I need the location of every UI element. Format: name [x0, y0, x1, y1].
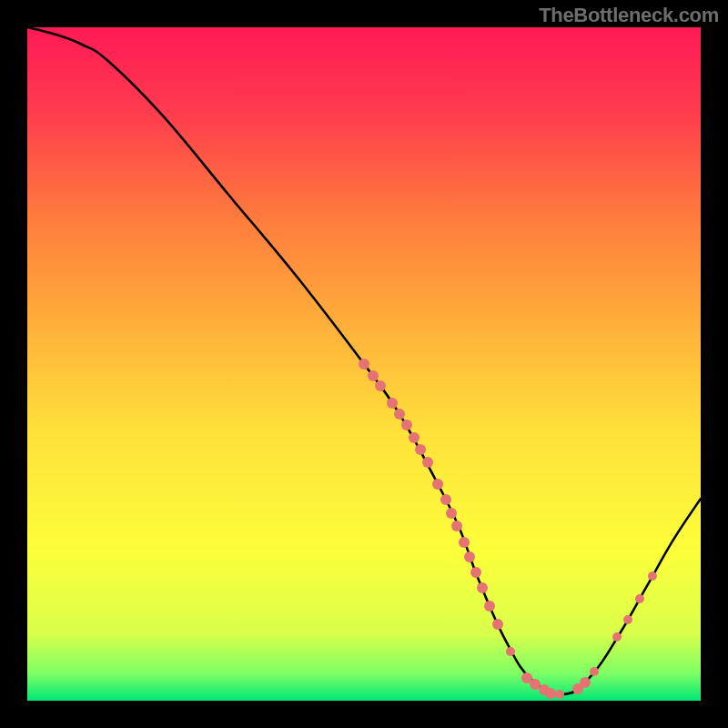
data-marker — [446, 508, 457, 519]
data-marker — [484, 601, 495, 612]
data-marker — [590, 667, 599, 676]
data-marker — [432, 479, 443, 490]
data-marker — [409, 432, 420, 443]
data-marker — [635, 594, 644, 603]
data-marker — [555, 690, 564, 699]
data-marker — [470, 567, 481, 578]
data-marker — [612, 632, 622, 642]
data-marker — [506, 647, 515, 656]
data-marker — [415, 444, 426, 455]
data-marker — [387, 398, 398, 409]
data-marker — [401, 420, 412, 430]
data-marker — [464, 551, 475, 562]
data-marker — [451, 521, 462, 531]
data-marker — [492, 619, 503, 630]
data-marker — [422, 457, 433, 468]
plot-area — [27, 27, 701, 701]
data-marker — [359, 359, 369, 369]
watermark-text: TheBottleneck.com — [539, 4, 719, 27]
data-marker — [394, 409, 405, 420]
data-marker — [368, 370, 379, 381]
data-marker — [623, 615, 632, 624]
data-marker — [580, 677, 591, 688]
data-marker — [375, 380, 386, 391]
data-marker — [648, 571, 657, 581]
data-marker — [477, 582, 488, 593]
frame: TheBottleneck.com — [0, 0, 728, 728]
data-marker — [440, 494, 451, 505]
data-marker — [459, 537, 470, 548]
